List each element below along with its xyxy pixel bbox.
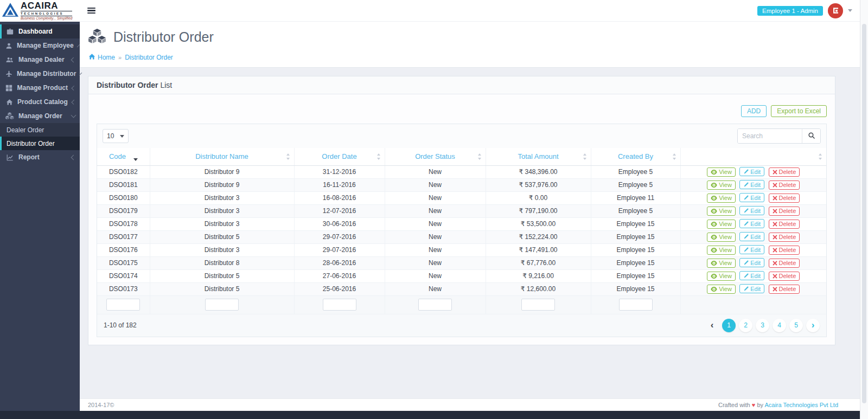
delete-button[interactable]: Delete (769, 272, 800, 281)
edit-button[interactable]: Edit (739, 245, 764, 254)
sidebar-item-report[interactable]: Report (0, 150, 80, 164)
pagination-page-1[interactable]: 1 (722, 319, 736, 332)
edit-button[interactable]: Edit (739, 284, 764, 293)
edit-button[interactable]: Edit (739, 180, 764, 189)
distributor-order-panel: Distributor Order List ADD Export to Exc… (88, 76, 835, 345)
edit-button[interactable]: Edit (739, 167, 764, 176)
search-button[interactable] (802, 129, 820, 143)
column-header-name[interactable]: Distributor Name (150, 148, 294, 165)
sidebar-item-product-catalog[interactable]: Product Catalog (0, 95, 80, 109)
sidebar-item-manage-distributor[interactable]: Manage Distributor (0, 67, 80, 81)
filter-code-input[interactable] (106, 299, 140, 311)
delete-button[interactable]: Delete (769, 181, 800, 190)
sidebar-item-distributor-order[interactable]: Distributor Order (0, 137, 80, 150)
sidebar-item-manage-order[interactable]: Manage Order (0, 109, 80, 123)
chevron-down-icon[interactable] (848, 9, 852, 12)
user-badge[interactable]: Employee 1 - Admin (757, 6, 823, 16)
delete-button[interactable]: Delete (769, 285, 800, 294)
sidebar-item-manage-employee[interactable]: Manage Employee (0, 38, 80, 53)
dealers-icon (5, 56, 14, 63)
pagination-page-5[interactable]: 5 (789, 319, 803, 332)
column-header-actions[interactable] (680, 148, 826, 165)
filter-status-input[interactable] (418, 299, 452, 311)
pagination-prev-button[interactable]: ‹ (705, 319, 719, 332)
hamburger-menu-icon[interactable] (87, 8, 95, 14)
filter-created_by-input[interactable] (619, 299, 653, 311)
delete-button[interactable]: Delete (769, 259, 800, 268)
cell-amount: ₹ 152,224.00 (486, 230, 591, 243)
add-button[interactable]: ADD (741, 105, 767, 117)
edit-button[interactable]: Edit (739, 271, 764, 280)
view-button[interactable]: View (707, 233, 736, 242)
sidebar: ACAIRA TECHNOLOGIES Business Complexity.… (0, 0, 80, 419)
pagination-next-button[interactable]: › (806, 319, 820, 332)
cell-code: DSO0174 (97, 269, 150, 282)
cell-status: New (385, 191, 486, 204)
column-header-code[interactable]: Code (97, 148, 150, 165)
distributor-icon (5, 70, 12, 78)
product-icon (5, 85, 13, 92)
table-row: DSO0182Distributor 931-12-2016New₹ 348,3… (97, 165, 826, 178)
table-body: DSO0182Distributor 931-12-2016New₹ 348,3… (97, 165, 826, 295)
delete-button[interactable]: Delete (769, 220, 800, 229)
delete-button[interactable]: Delete (769, 207, 800, 216)
delete-button[interactable]: Delete (769, 167, 800, 177)
column-header-amount[interactable]: Total Amount (486, 148, 591, 165)
column-header-date[interactable]: Order Date (294, 148, 385, 165)
delete-button[interactable]: Delete (769, 246, 800, 255)
view-button[interactable]: View (707, 259, 736, 268)
x-icon (773, 222, 777, 227)
view-button[interactable]: View (707, 194, 736, 203)
avatar[interactable] (828, 3, 843, 18)
view-button[interactable]: View (707, 272, 736, 281)
search-input[interactable] (738, 129, 802, 143)
page-size-select[interactable]: 10 (103, 129, 129, 143)
eye-icon (711, 261, 717, 266)
export-to-excel-button[interactable]: Export to Excel (771, 105, 827, 117)
app-logo[interactable]: ACAIRA TECHNOLOGIES Business Complexity.… (0, 0, 80, 22)
cell-code: DSO0173 (97, 282, 150, 295)
delete-button[interactable]: Delete (769, 194, 800, 203)
edit-button[interactable]: Edit (739, 193, 764, 202)
filter-name-input[interactable] (205, 299, 239, 311)
vertical-scrollbar[interactable] (860, 0, 868, 419)
pagination: ‹12345› (705, 319, 820, 332)
breadcrumb-current-link[interactable]: Distributor Order (125, 54, 173, 61)
cell-status: New (385, 230, 486, 243)
table-info: 1-10 of 182 (104, 321, 137, 329)
pagination-page-3[interactable]: 3 (756, 319, 769, 332)
view-button[interactable]: View (707, 167, 736, 177)
view-button[interactable]: View (707, 207, 736, 216)
breadcrumb-home-link[interactable]: Home (88, 53, 115, 62)
column-header-status[interactable]: Order Status (385, 148, 486, 165)
view-button[interactable]: View (707, 246, 736, 255)
column-header-created_by[interactable]: Created By (591, 148, 680, 165)
acaira-link[interactable]: Acaira Technologies Pvt Ltd (764, 402, 838, 408)
sidebar-item-dashboard[interactable]: Dashboard (0, 24, 80, 38)
avatar-logo-icon (832, 7, 840, 15)
pagination-page-2[interactable]: 2 (739, 319, 752, 332)
delete-button[interactable]: Delete (769, 233, 800, 242)
scrollbar-thumb[interactable] (862, 24, 866, 403)
sidebar-item-manage-product[interactable]: Manage Product (0, 81, 80, 95)
sidebar-item-manage-dealer[interactable]: Manage Dealer (0, 53, 80, 67)
edit-button[interactable]: Edit (739, 258, 764, 267)
view-button[interactable]: View (707, 181, 736, 190)
edit-button[interactable]: Edit (739, 206, 764, 215)
cell-status: New (385, 178, 486, 191)
edit-button[interactable]: Edit (739, 232, 764, 241)
logo-title: ACAIRA (21, 1, 72, 10)
cell-amount: ₹ 9,216.00 (486, 269, 591, 282)
sidebar-item-dealer-order[interactable]: Dealer Order (0, 123, 80, 137)
chevron-down-icon (71, 113, 76, 118)
view-button[interactable]: View (707, 220, 736, 229)
dashboard-icon (5, 28, 14, 35)
panel-title: Distributor Order List (88, 76, 835, 94)
filter-amount-input[interactable] (521, 299, 555, 311)
cell-amount: ₹ 537,976.00 (486, 178, 591, 191)
view-button[interactable]: View (707, 285, 736, 294)
cell-actions: View Edit Delete (680, 204, 826, 217)
filter-date-input[interactable] (323, 299, 356, 311)
pagination-page-4[interactable]: 4 (773, 319, 786, 332)
edit-button[interactable]: Edit (739, 219, 764, 228)
